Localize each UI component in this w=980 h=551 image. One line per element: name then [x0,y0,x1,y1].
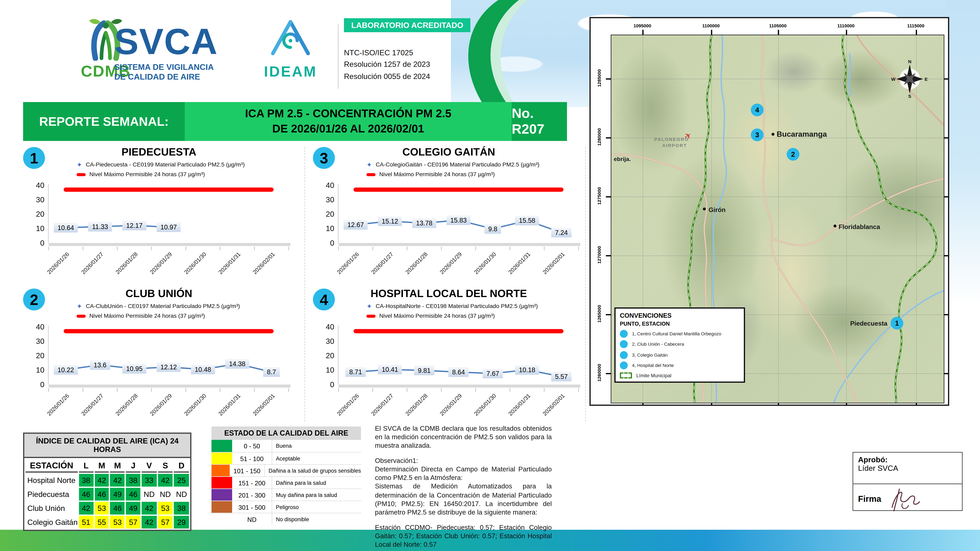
estado-row: 101 - 150Dañina a la salud de grupos sen… [212,464,361,476]
svg-text:2026/01/26: 2026/01/26 [46,251,70,275]
accreditation-details: NTC-ISO/IEC 17025 Resolución 1257 de 202… [344,48,430,83]
svg-text:2026/01/29: 2026/01/29 [149,392,173,417]
chart-colegio-gaitan: 3 COLEGIO GAITÁN ✦CA-ColegioGaitán - CE0… [313,146,585,287]
map-legend-item-label: 3, Colegio Gaitán [632,352,668,357]
report-title-line2: DE 2026/01/26 AL 2026/02/01 [272,122,424,137]
svg-text:10.64: 10.64 [57,224,74,231]
station-name: Club Unión [25,502,78,514]
station-marker-number: 3 [755,131,759,139]
series-marker-icon: ✦ [76,160,82,170]
ica-range: ND [232,513,272,525]
quality-state-label: Aceptable [272,453,361,464]
svg-text:2026/02/01: 2026/02/01 [251,392,276,417]
ica-range: 201 - 300 [232,489,272,500]
svg-text:2026/01/31: 2026/01/31 [507,251,532,275]
station-point-icon [620,351,628,359]
series-marker-icon: ✦ [366,160,372,170]
svg-text:10: 10 [36,224,45,233]
limit-marker-icon [366,315,375,318]
ica-value-cell: 38 [126,474,141,487]
weekly-air-quality-report: CDMB SVCA SISTEMA DE VIGILANCIA DE CALID… [0,0,980,551]
svca-logo: SVCA SISTEMA DE VIGILANCIA DE CALIDAD DE… [114,24,278,82]
quality-state-label: Buena [272,440,361,452]
limit-marker-icon [366,173,375,176]
svg-text:2026/01/30: 2026/01/30 [183,251,207,275]
compass-rose-icon: NESW [891,59,928,99]
ica-value-cell: 49 [110,488,125,500]
map-tick [916,30,917,35]
series-legend-label: CA-ColegioGaitán - CE0196 Material Parti… [376,160,539,169]
svg-text:15.12: 15.12 [382,218,398,225]
svca-subtitle-line2: DE CALIDAD DE AIRE [114,73,278,83]
svg-text:0: 0 [330,238,334,247]
ica-value-cell: ND [142,488,157,500]
station-marker-number: 1 [895,319,899,327]
map-coordinate-label: 1110000 [828,23,864,29]
sky-decoration-right [945,0,980,304]
observation-title: Observación1: [375,456,552,465]
estado-row: 0 - 50Buena [212,440,361,452]
declaration-paragraph: El SVCA de la CDMB declara que los resul… [375,424,552,450]
color-swatch [212,513,232,525]
ica-value-cell: 38 [79,474,93,487]
quality-state-label: Peligroso [272,501,361,513]
svg-text:2026/01/28: 2026/01/28 [115,251,139,275]
chart-hospital-norte: 4 HOSPITAL LOCAL DEL NORTE ✦CA-HospitalN… [313,287,585,429]
ideam-logo: IDEAM [258,19,323,80]
quality-state-label: Dañina para la salud [272,477,361,488]
map-tick [711,30,712,35]
map-tick [944,196,948,197]
airport-label: AIRPORT [662,143,687,148]
map-legend-item-label: 2, Club Unión - Cabecera [632,341,684,347]
svg-text:8.7: 8.7 [267,368,276,376]
color-swatch [212,489,232,500]
svg-text:10.97: 10.97 [161,224,177,231]
chart-legend: ✦CA-ClubUnión - CE0197 Material Particul… [76,301,295,321]
ica-value-cell: 42 [158,474,173,487]
svg-text:2026/01/27: 2026/01/27 [370,251,395,275]
ica-value-cell: 46 [126,488,141,500]
approved-by-label: Aprobó: [858,456,957,464]
svg-text:12.17: 12.17 [126,222,143,229]
accreditation-line: NTC-ISO/IEC 17025 [344,48,430,59]
ica-value-cell: 53 [110,516,125,529]
station-column-header: ESTACIÓN [25,459,78,473]
color-swatch [212,440,232,452]
svg-text:0: 0 [40,238,45,247]
svg-text:8.64: 8.64 [452,368,465,376]
estado-row: 301 - 500Peligroso [212,500,361,513]
airport-label: PALONEGRO [654,137,689,142]
line-chart: 01020304010.6411.3312.1710.972026/01/262… [23,179,295,285]
ica-value-cell: 49 [126,502,141,514]
svg-text:12.12: 12.12 [161,363,177,371]
svg-text:2026/01/30: 2026/01/30 [473,392,497,417]
station-point-icon [620,362,628,369]
ica-value-cell: 51 [79,516,93,529]
ideam-label: IDEAM [258,63,323,80]
column-separator [585,147,586,422]
svg-text:40: 40 [326,181,334,189]
compass-letter: N [908,59,911,64]
map-coordinate-label: 1275000 [597,183,602,210]
chart-title: HOSPITAL LOCAL DEL NORTE [313,287,585,300]
svg-text:30: 30 [326,337,334,345]
limit-marker-icon [76,173,86,176]
report-number-badge: No. R207 [512,102,567,141]
chart-legend: ✦CA-HospitalNorte - CE0198 Material Part… [366,301,585,321]
svg-text:20: 20 [36,351,45,360]
map-coordinate-label: 1260000 [597,359,602,386]
limit-legend-label: Nivel Máximo Permisible 24 horas (37 µg/… [379,170,495,179]
station-point-icon [620,340,628,348]
map-tick [778,30,779,35]
svg-text:9.8: 9.8 [488,225,497,232]
svg-text:2026/01/28: 2026/01/28 [115,392,139,417]
map-legend-title: CONVENCIONES [620,312,740,319]
svg-text:2026/01/28: 2026/01/28 [404,392,429,417]
signature [886,485,921,512]
map-legend: CONVENCIONES PUNTO, ESTACION 1, Centro C… [614,307,745,383]
map-coordinate-label: 1095000 [624,23,660,29]
estado-row: 51 - 100Aceptable [212,452,361,464]
svg-text:15.83: 15.83 [450,216,467,224]
svg-text:2026/01/29: 2026/01/29 [439,392,463,417]
color-swatch [212,453,232,464]
